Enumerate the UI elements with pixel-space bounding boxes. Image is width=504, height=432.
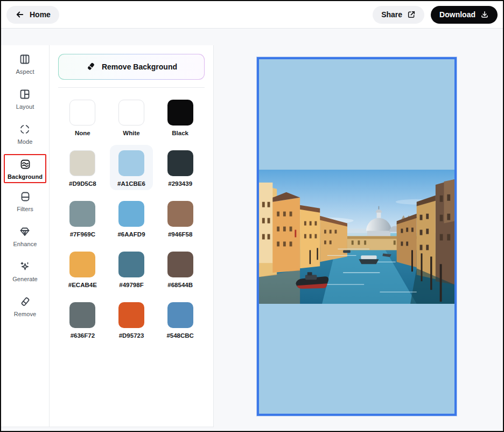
swatch-946f58[interactable]: #946F58 [160,196,201,241]
swatch-label: #7F969C [70,231,95,238]
layout-icon [18,88,31,101]
download-label: Download [439,10,475,19]
sidebar-item-layout[interactable]: Layout [16,88,34,110]
swatch-color-chip [69,150,95,176]
swatch-color-chip [69,252,95,277]
download-icon [480,10,489,19]
swatch-color-chip [167,302,193,328]
swatch-color-chip [167,100,193,126]
remove-background-label: Remove Background [102,62,177,71]
mode-icon [18,123,31,136]
share-button[interactable]: Share [373,6,424,24]
swatch-label: #6AAFD9 [117,231,145,238]
swatch-color-chip [69,100,95,126]
swatch-label: #D95723 [119,332,144,339]
aspect-icon [18,53,31,66]
share-label: Share [381,10,402,19]
swatch-6aafd9[interactable]: #6AAFD9 [110,196,152,241]
sidebar-item-label: Enhance [13,241,37,247]
swatch-label: #636F72 [71,332,95,339]
sidebar-item-label: Background [8,173,43,180]
swatch-label: #D9D5C8 [69,180,96,187]
swatch-color-chip [69,302,95,328]
workspace: AspectLayoutModeBackgroundFiltersEnhance… [1,29,503,431]
swatch-color-chip [167,252,193,277]
filters-icon [19,190,32,203]
swatch-color-chip [167,150,193,176]
swatch-label: #946F58 [168,231,192,238]
sidebar-item-background[interactable]: Background [4,154,46,183]
swatch-color-chip [118,100,144,126]
topbar-actions: Share Download [373,6,498,24]
sidebar-item-mode[interactable]: Mode [18,123,33,145]
swatch-label: #68544B [167,282,193,288]
external-link-icon [407,10,416,19]
swatch-7f969c[interactable]: #7F969C [62,196,103,241]
swatch-black[interactable]: Black [160,94,201,140]
swatch-68544b[interactable]: #68544B [160,246,201,291]
swatch-label: White [123,130,139,136]
swatch-636f72[interactable]: #636F72 [62,297,103,342]
swatch-label: #A1CBE6 [117,180,145,187]
swatch-label: #ECAB4E [68,282,97,288]
swatch-d9d5c8[interactable]: #D9D5C8 [61,145,104,190]
swatch-d95723[interactable]: #D95723 [111,297,152,342]
background-icon [19,158,32,171]
top-bar: Home Share Download [1,1,503,29]
swatch-ecab4e[interactable]: #ECAB4E [61,246,104,291]
swatch-white[interactable]: White [111,94,152,140]
divider [58,87,205,88]
swatch-color-chip [118,201,144,227]
canvas-selection-frame[interactable] [257,57,457,416]
swatch-label: Black [172,130,188,136]
swatch-548cbc[interactable]: #548CBC [159,297,201,342]
swatch-label: #548CBC [166,332,194,339]
generate-icon [18,260,31,273]
swatch-color-chip [167,201,193,227]
swatch-color-chip [118,252,144,277]
sidebar-item-enhance[interactable]: Enhance [13,225,37,247]
swatch-none[interactable]: None [62,94,103,140]
sidebar-item-label: Generate [12,276,38,282]
swatch-color-chip [118,302,144,328]
remove-background-button[interactable]: Remove Background [58,54,205,80]
sidebar-item-label: Mode [18,138,33,145]
sidebar-item-remove[interactable]: Remove [14,295,37,317]
sidebar-item-label: Layout [16,103,34,110]
home-label: Home [30,10,51,19]
sidebar-item-label: Filters [17,206,33,212]
background-options-panel: Remove Background NoneWhiteBlack#D9D5C8#… [50,45,213,427]
remove-icon [19,295,32,308]
download-button[interactable]: Download [431,6,498,24]
app-window: Home Share Download AspectLayoutModeBack… [0,0,504,432]
swatch-a1cbe6[interactable]: #A1CBE6 [110,145,153,190]
eraser-icon [86,61,96,73]
color-swatch-grid: NoneWhiteBlack#D9D5C8#A1CBE6#293439#7F96… [58,94,205,342]
tool-rail: AspectLayoutModeBackgroundFiltersEnhance… [1,45,50,427]
swatch-49798f[interactable]: #49798F [111,246,152,291]
swatch-color-chip [69,201,95,227]
back-arrow-icon [15,10,25,19]
swatch-label: #49798F [119,282,143,288]
editor-panel: AspectLayoutModeBackgroundFiltersEnhance… [1,45,214,427]
sidebar-item-label: Aspect [16,68,34,75]
sidebar-item-aspect[interactable]: Aspect [16,53,34,75]
enhance-icon [18,225,31,238]
sidebar-item-filters[interactable]: Filters [17,190,33,212]
swatch-label: #293439 [168,180,192,187]
swatch-color-chip [118,150,144,176]
sidebar-item-label: Remove [14,311,37,317]
swatch-293439[interactable]: #293439 [160,145,201,190]
home-button[interactable]: Home [6,6,59,24]
swatch-label: None [75,130,90,136]
sidebar-item-generate[interactable]: Generate [12,260,38,282]
venice-grand-canal-photo[interactable] [259,170,454,304]
